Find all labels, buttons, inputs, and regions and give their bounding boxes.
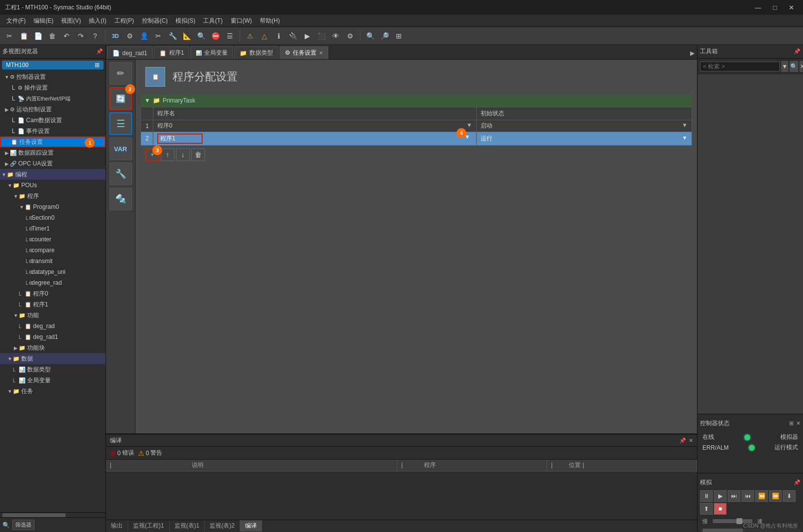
toolbox-search-dropdown[interactable]: ▼ xyxy=(781,61,788,72)
tab-globalvars[interactable]: 📊 全局变量 xyxy=(190,46,233,59)
toolbar-delete[interactable]: 🗑 xyxy=(45,29,59,43)
minimize-button[interactable]: — xyxy=(751,3,765,12)
tree-item-program0[interactable]: ▼ 📋 Program0 xyxy=(0,201,105,212)
sim-rewind[interactable]: ⏮ xyxy=(741,490,754,502)
tree-item-program1[interactable]: L 📋 程序1 xyxy=(0,299,105,310)
sim-forward[interactable]: ⏩ xyxy=(769,490,782,502)
sim-back[interactable]: ⏪ xyxy=(755,490,768,502)
tree-item-operation[interactable]: L ⚙ 操作设置 xyxy=(0,82,105,93)
menu-tools[interactable]: 工具(T) xyxy=(199,16,226,26)
row1-name-input-container[interactable] xyxy=(157,133,203,144)
sim-extra2[interactable]: ⬆ xyxy=(700,503,713,515)
icon-var-button[interactable]: VAR xyxy=(109,137,132,160)
sim-step-forward[interactable]: ⏭ xyxy=(728,490,740,502)
icon-sim2-button[interactable]: 🔩 xyxy=(109,188,132,210)
menu-window[interactable]: 窗口(W) xyxy=(227,16,256,26)
tab-task-settings[interactable]: ⚙ 任务设置 ✕ xyxy=(279,46,328,59)
sim-extra1[interactable]: ⬇ xyxy=(783,490,796,502)
status-close-icon[interactable]: ✕ xyxy=(796,420,801,427)
toolbox-clear-button[interactable]: ✕ xyxy=(800,61,803,72)
tree-item-data-trace[interactable]: ▶ 📊 数据跟踪设置 xyxy=(0,147,105,158)
toolbar-paste[interactable]: 📄 xyxy=(31,29,45,43)
row1-name-input[interactable] xyxy=(160,135,200,142)
tree-item-pous[interactable]: ▼ 📁 POUs xyxy=(0,180,105,191)
tree-item-ethernet[interactable]: L 📡 内置EtherNet/IP端 xyxy=(0,93,105,104)
toolbar-zoom-in[interactable]: 🔎 xyxy=(378,29,391,43)
sim-pause-button[interactable]: ⏸ xyxy=(700,490,713,502)
toolbar-btn7[interactable]: 🔍 xyxy=(194,29,208,43)
toolbox-pin-icon[interactable]: 📌 xyxy=(794,48,801,55)
tree-item-event[interactable]: L 📄 事件设置 xyxy=(0,126,105,136)
tree-item-degrad[interactable]: L 📋 deg_rad xyxy=(0,321,105,332)
move-up-button[interactable]: ↑ xyxy=(161,148,175,161)
menu-project[interactable]: 工程(P) xyxy=(110,16,138,26)
toolbar-monitor[interactable]: 👁 xyxy=(329,29,343,43)
toolbar-btn5[interactable]: 🔧 xyxy=(166,29,179,43)
tree-item-section0[interactable]: L⚙ Section0 xyxy=(0,212,105,223)
sim-scrollbar[interactable] xyxy=(702,529,743,532)
toolbar-undo[interactable]: ↶ xyxy=(60,29,73,43)
tab-scroll-right[interactable]: ▶ xyxy=(688,47,697,59)
tree-item-cam[interactable]: L 📄 Cam数据设置 xyxy=(0,115,105,126)
row1-name[interactable]: 4 ▼ xyxy=(153,132,477,146)
delete-row-button[interactable]: 🗑 xyxy=(191,148,205,161)
icon-task-button[interactable]: ☰ xyxy=(109,112,132,135)
menu-controller[interactable]: 控制器(C) xyxy=(138,16,172,26)
bottom-tab-monitor1[interactable]: 监视(工程)1 xyxy=(128,520,170,532)
toolbar-zoom-out[interactable]: 🔍 xyxy=(363,29,377,43)
menu-edit[interactable]: 编辑(E) xyxy=(30,16,57,26)
add-button[interactable]: + 3 xyxy=(145,148,159,161)
tree-item-programs[interactable]: ▼ 📁 程序 xyxy=(0,191,105,201)
table-row[interactable]: 2 4 ▼ 运行 ▼ xyxy=(141,132,692,146)
bottom-tab-monitor-table2[interactable]: 监视(表)2 xyxy=(205,520,240,532)
sim-extra3[interactable]: ■ xyxy=(714,503,727,515)
toolbox-search-button[interactable]: 🔍 xyxy=(790,61,798,72)
toolbar-warn[interactable]: ⚠ xyxy=(243,29,257,43)
row1-state-dropdown[interactable]: ▼ xyxy=(682,134,688,141)
row0-dropdown[interactable]: ▼ xyxy=(466,122,472,129)
toolbar-btn2[interactable]: ⚙ xyxy=(123,29,137,43)
toolbar-btn6[interactable]: 📐 xyxy=(180,29,194,43)
toolbar-btn4[interactable]: ✂ xyxy=(151,29,165,43)
filter-button[interactable]: 筛选器 xyxy=(12,520,35,530)
tree-item-degree-rad[interactable]: L⚙ degree_rad xyxy=(0,277,105,288)
menu-simulate[interactable]: 模拟(S) xyxy=(172,16,199,26)
menu-insert[interactable]: 插入(I) xyxy=(85,16,110,26)
bottom-pin-icon[interactable]: 📌 xyxy=(679,437,686,444)
tab-datatypes[interactable]: 📁 数据类型 xyxy=(234,46,279,59)
tree-item-program0-b[interactable]: L 📋 程序0 xyxy=(0,288,105,299)
move-down-button[interactable]: ↓ xyxy=(176,148,190,161)
toolbar-stop[interactable]: ⬛ xyxy=(314,29,328,43)
tree-item-controller-settings[interactable]: ▼ ⚙ 控制器设置 xyxy=(0,71,105,82)
toolbar-grid[interactable]: ⊞ xyxy=(392,29,406,43)
tab-degrad1[interactable]: 📄 deg_rad1 xyxy=(107,46,153,59)
icon-edit-button[interactable]: ✏ xyxy=(109,62,132,85)
tree-item-data[interactable]: ▼ 📁 数据 xyxy=(0,353,105,364)
toolbar-btn3[interactable]: 👤 xyxy=(137,29,151,43)
toolbar-connect[interactable]: 🔌 xyxy=(286,29,300,43)
sim-play-button[interactable]: ▶ xyxy=(714,490,727,502)
tree-item-funcblocks[interactable]: ▶ 📁 功能块 xyxy=(0,342,105,353)
tree-item-motion[interactable]: ▶ ⚙ 运动控制设置 xyxy=(0,104,105,115)
tab-close-button[interactable]: ✕ xyxy=(319,50,323,56)
bottom-tab-monitor-table1[interactable]: 监视(表)1 xyxy=(170,520,205,532)
toolbar-redo[interactable]: ↷ xyxy=(74,29,88,43)
window-controls[interactable]: — □ ✕ xyxy=(751,3,798,12)
tree-item-functions[interactable]: ▼ 📁 功能 xyxy=(0,310,105,321)
tree-item-datatypes[interactable]: L 📊 数据类型 xyxy=(0,364,105,375)
tree-item-opc[interactable]: ▶ 🔗 OPC UA设置 xyxy=(0,158,105,169)
row0-state-dropdown[interactable]: ▼ xyxy=(682,122,688,129)
toolbar-info[interactable]: ℹ xyxy=(272,29,285,43)
toolbar-copy[interactable]: 📋 xyxy=(17,29,31,43)
menu-file[interactable]: 文件(F) xyxy=(2,16,30,26)
toolbar-start[interactable]: ▶ xyxy=(300,29,314,43)
bottom-close-icon[interactable]: ✕ xyxy=(689,437,693,444)
toolbar-btn9[interactable]: ☰ xyxy=(223,29,237,43)
status-expand-icon[interactable]: ⊞ xyxy=(789,420,794,427)
sidebar-pin-icon[interactable]: 📌 xyxy=(96,48,103,55)
tree-item-task-settings[interactable]: 📋 任务设置 1 xyxy=(0,136,105,147)
tree-item-datatype[interactable]: L⚙ datatype_uni xyxy=(0,266,105,277)
maximize-button[interactable]: □ xyxy=(769,3,781,12)
tree-item-tasks[interactable]: ▼ 📁 任务 xyxy=(0,386,105,397)
tree-item-counter[interactable]: L⚙ counter xyxy=(0,234,105,245)
